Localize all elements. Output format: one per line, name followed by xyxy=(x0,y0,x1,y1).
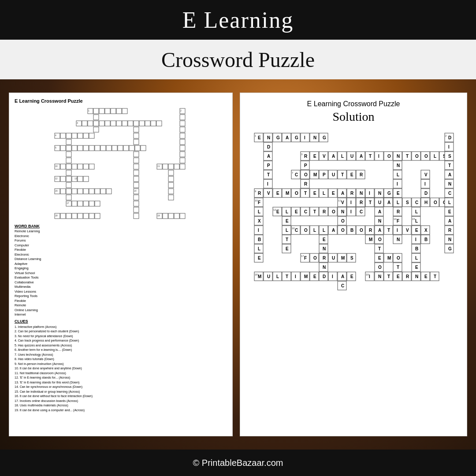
svg-rect-56 xyxy=(118,145,123,151)
svg-text:C: C xyxy=(295,172,298,177)
svg-rect-53 xyxy=(100,145,106,151)
svg-text:N: N xyxy=(360,191,363,196)
svg-text:U: U xyxy=(332,172,335,177)
clue-13: 13. 'E' in E-learning stands for this wo… xyxy=(15,380,227,385)
svg-rect-33 xyxy=(60,133,66,138)
svg-text:M: M xyxy=(304,274,308,279)
svg-rect-58 xyxy=(129,145,134,151)
svg-rect-139 xyxy=(174,213,179,219)
svg-rect-74 xyxy=(83,164,89,169)
svg-text:A: A xyxy=(341,191,344,196)
svg-text:I: I xyxy=(397,182,398,186)
svg-rect-17 xyxy=(105,121,110,126)
svg-text:N: N xyxy=(323,246,326,251)
svg-text:I: I xyxy=(369,191,370,196)
svg-text:I: I xyxy=(258,228,259,233)
svg-text:R: R xyxy=(448,228,452,233)
svg-rect-129 xyxy=(72,213,77,219)
svg-text:19: 19 xyxy=(157,214,160,217)
svg-rect-71 xyxy=(66,164,71,169)
svg-text:I: I xyxy=(304,135,305,140)
clue-16: 16. It can be done without face to face … xyxy=(15,394,227,399)
svg-rect-37 xyxy=(83,133,89,138)
svg-text:I: I xyxy=(350,209,352,214)
svg-text:U: U xyxy=(267,274,270,279)
svg-text:T: T xyxy=(387,274,390,279)
svg-rect-91 xyxy=(78,176,83,182)
copyright: © PrintableBazaar.com xyxy=(193,458,283,468)
svg-text:E: E xyxy=(323,237,326,242)
svg-text:O: O xyxy=(397,256,400,260)
svg-rect-109 xyxy=(106,189,112,194)
svg-text:R: R xyxy=(406,274,409,279)
svg-text:B: B xyxy=(350,228,353,233)
svg-rect-99 xyxy=(168,182,174,188)
svg-text:V: V xyxy=(323,154,326,159)
svg-rect-98 xyxy=(134,182,139,188)
svg-rect-28 xyxy=(180,121,185,126)
svg-rect-128 xyxy=(66,213,71,219)
main-content: E Learning Crossword Puzzle 1 2 xyxy=(0,79,476,450)
svg-text:N: N xyxy=(448,237,451,242)
svg-text:T: T xyxy=(369,200,372,205)
svg-rect-63 xyxy=(66,152,71,157)
clue-12: 12. 'E' in E-learning stands for... (Acr… xyxy=(15,376,227,380)
svg-rect-38 xyxy=(89,133,94,138)
svg-text:A: A xyxy=(267,154,270,159)
svg-text:P: P xyxy=(304,163,307,168)
svg-text:N: N xyxy=(323,265,326,270)
svg-text:R: R xyxy=(258,191,261,196)
svg-rect-102 xyxy=(66,189,71,194)
clue-7: 7. Uses technology (Across) xyxy=(15,353,227,357)
svg-text:U: U xyxy=(332,256,335,260)
svg-text:V: V xyxy=(341,200,344,205)
clue-15: 15. Can be individual or group learning … xyxy=(15,390,227,394)
svg-text:T: T xyxy=(448,163,451,168)
svg-text:U: U xyxy=(350,154,353,159)
svg-rect-115 xyxy=(134,195,139,200)
svg-rect-2 xyxy=(99,108,104,114)
svg-text:N: N xyxy=(341,209,344,214)
svg-rect-84 xyxy=(66,170,71,175)
svg-text:A: A xyxy=(332,228,335,233)
svg-rect-125 xyxy=(134,207,139,212)
svg-text:18: 18 xyxy=(55,214,58,217)
svg-rect-79 xyxy=(163,164,168,169)
svg-rect-30 xyxy=(134,127,139,132)
svg-rect-55 xyxy=(112,145,117,151)
left-panel-title: E Learning Crossword Puzzle xyxy=(15,98,227,104)
svg-rect-4 xyxy=(111,108,116,114)
svg-text:L: L xyxy=(286,228,288,233)
svg-rect-42 xyxy=(66,139,71,145)
svg-rect-65 xyxy=(180,152,185,157)
svg-text:E: E xyxy=(448,209,451,214)
svg-text:V: V xyxy=(424,172,428,177)
svg-rect-106 xyxy=(89,189,94,194)
svg-text:L: L xyxy=(323,228,325,233)
svg-rect-57 xyxy=(123,145,129,151)
clues-section: CLUES 1. Interactive platform (Across) 2… xyxy=(15,319,227,413)
svg-text:T: T xyxy=(286,274,288,279)
svg-rect-105 xyxy=(83,189,89,194)
blank-crossword-svg: 1 2 xyxy=(52,106,189,221)
svg-text:I: I xyxy=(397,228,398,233)
svg-text:R: R xyxy=(323,256,326,260)
svg-text:N: N xyxy=(397,154,400,159)
svg-text:N: N xyxy=(378,191,381,196)
svg-rect-26 xyxy=(156,121,162,126)
svg-rect-16 xyxy=(99,121,104,126)
svg-text:A: A xyxy=(360,154,363,159)
svg-text:A: A xyxy=(341,274,344,279)
clue-9: 9. Not in-person instruction (Across) xyxy=(15,362,227,367)
svg-rect-97 xyxy=(66,182,71,188)
svg-rect-52 xyxy=(95,145,100,151)
svg-text:X: X xyxy=(424,228,428,233)
svg-text:15: 15 xyxy=(55,190,58,192)
svg-text:E: E xyxy=(415,265,418,270)
svg-text:T: T xyxy=(341,172,344,177)
svg-text:T: T xyxy=(397,265,399,270)
svg-rect-34 xyxy=(66,133,71,138)
svg-rect-114 xyxy=(66,195,71,200)
svg-rect-89 xyxy=(66,176,71,182)
svg-rect-135 xyxy=(134,213,139,219)
